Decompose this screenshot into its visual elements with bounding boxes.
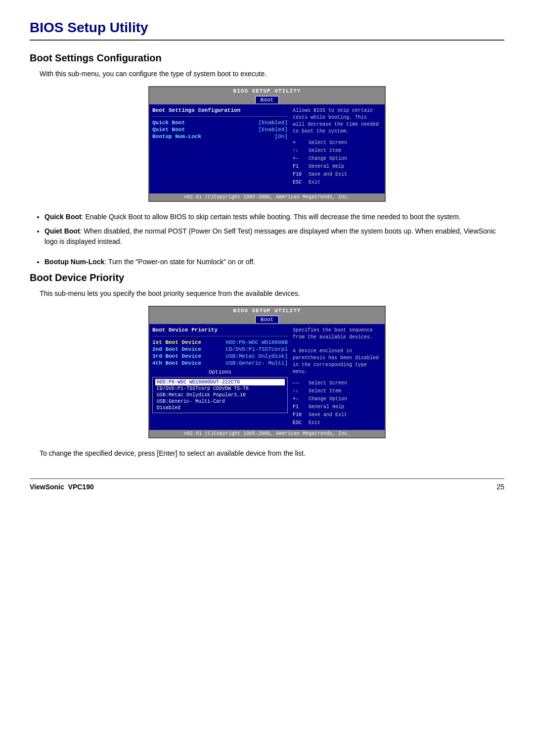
bios-item-4th: 4th Boot Device USB:Generic- Multi] <box>152 360 288 366</box>
footer-page-number: 25 <box>496 483 504 491</box>
bios-dropdown: HDD:P0-WDC WD16000DUT-222CTO CD/DVD:P1-T… <box>152 377 288 413</box>
bios-right-1: Allows BIOS to skip certain tests while … <box>293 107 382 190</box>
bios-item-quietboot: Quiet Boot [Enabled] <box>152 127 288 133</box>
bios-left-1: Boot Settings Configuration Quick Boot [… <box>152 107 293 190</box>
bios-item-4th-value: USB:Generic- Multi] <box>226 360 288 366</box>
footer-model: VPC190 <box>68 483 94 491</box>
bios-item-3rd-value: USB:Metac Onlydisk] <box>226 353 288 359</box>
bios-title-1: BIOS SETUP UTILITY <box>149 87 385 95</box>
bios-item-2nd: 2nd Boot Device CD/DVD:P1-TSSTcorpl <box>152 346 288 352</box>
bios-option-cddvd: CD/DVD:P1-TSSTcorp CDDVDW TS-T6 <box>155 385 285 392</box>
bios-item-1st: 1st Boot Device HDD:P0-WDC WD16008B <box>152 339 288 345</box>
bios-body-2: Boot Device Priority 1st Boot Device HDD… <box>149 324 385 430</box>
bios-item-3rd-label: 3rd Boot Device <box>152 353 201 359</box>
bios-option-usb-generic: USB:Generic- Multi-Card <box>155 398 285 405</box>
section2-description: This sub-menu lets you specify the boot … <box>40 288 504 299</box>
bullet-quietboot: Quiet Boot: When disabled, the normal PO… <box>44 226 504 247</box>
bios-item-3rd: 3rd Boot Device USB:Metac Onlydisk] <box>152 353 288 359</box>
bios-options-container: Options HDD:P0-WDC WD16000DUT-222CTO CD/… <box>152 369 288 413</box>
footer-brand: ViewSonic VPC190 <box>30 483 94 491</box>
bios-section-label-2: Boot Device Priority <box>152 327 288 333</box>
footer-brand-name: ViewSonic <box>30 483 64 491</box>
section1-heading: Boot Settings Configuration <box>30 52 504 64</box>
bios-options-title: Options <box>152 369 288 375</box>
page-title: BIOS Setup Utility <box>30 20 504 41</box>
bios-item-quietboot-label: Quiet Boot <box>152 127 185 133</box>
bios-item-numlock: Bootup Num-Lock [On] <box>152 134 288 140</box>
bios-option-disabled: Disabled <box>155 405 285 411</box>
bios-footer-2: v02.61 (C)Copyright 1985-2006, American … <box>149 430 385 437</box>
bios-tab-boot-1: Boot <box>255 96 279 103</box>
bios-item-2nd-label: 2nd Boot Device <box>152 346 201 352</box>
bios-screen-1: BIOS SETUP UTILITY Boot Boot Settings Co… <box>148 86 386 202</box>
bios-item-numlock-label: Bootup Num-Lock <box>152 134 201 140</box>
bios-title-2: BIOS SETUP UTILITY <box>149 307 385 315</box>
section2-heading: Boot Device Priority <box>30 272 504 284</box>
bullet-numlock-label: Bootup Num-Lock <box>44 258 104 266</box>
bullet-quickboot: Quick Boot: Enable Quick Boot to allow B… <box>44 212 504 222</box>
bullet-numlock: Bootup Num-Lock: Turn the "Power-on stat… <box>44 257 504 267</box>
bios-section-label-1: Boot Settings Configuration <box>152 107 288 113</box>
bios-item-4th-label: 4th Boot Device <box>152 360 201 366</box>
bios-item-1st-value: HDD:P0-WDC WD16008B <box>226 339 288 345</box>
bios-footer-1: v02.61 (C)Copyright 1985-2006, American … <box>149 193 385 201</box>
bios-item-quietboot-value: [Enabled] <box>259 127 288 133</box>
bios-left-2: Boot Device Priority 1st Boot Device HDD… <box>152 327 293 427</box>
section1-bullets: Quick Boot: Enable Quick Boot to allow B… <box>44 212 504 247</box>
bios-tab-bar-1: Boot <box>149 95 385 104</box>
section1-sub-bullets: Bootup Num-Lock: Turn the "Power-on stat… <box>44 257 504 267</box>
bios-tab-bar-2: Boot <box>149 315 385 324</box>
bios-body-1: Boot Settings Configuration Quick Boot [… <box>149 104 385 193</box>
bios-help-2: Specifies the boot sequence from the ava… <box>293 327 382 376</box>
bios-tab-boot-2: Boot <box>255 316 279 323</box>
bios-screen-2: BIOS SETUP UTILITY Boot Boot Device Prio… <box>148 306 386 438</box>
section2-closing: To change the specified device, press [E… <box>40 448 504 459</box>
bullet-quickboot-label: Quick Boot <box>44 213 82 221</box>
bios-option-hdd: HDD:P0-WDC WD16000DUT-222CTO <box>155 379 285 385</box>
bios-keys-2: ←→Select Screen ↑↓Select Item +-Change O… <box>293 379 382 427</box>
bios-item-numlock-value: [On] <box>275 134 288 140</box>
page-footer: ViewSonic VPC190 25 <box>30 478 504 491</box>
bios-help-1: Allows BIOS to skip certain tests while … <box>293 107 382 135</box>
section1-description: With this sub-menu, you can configure th… <box>40 69 504 79</box>
bios-right-2: Specifies the boot sequence from the ava… <box>293 327 382 427</box>
bios-keys-1: +Select Screen ↑↓Select Item +-Change Op… <box>293 139 382 187</box>
bios-item-quickboot-value: [Enabled] <box>259 120 288 126</box>
bullet-quietboot-label: Quiet Boot <box>44 227 80 235</box>
bios-item-quickboot-label: Quick Boot <box>152 120 185 126</box>
bios-item-2nd-value: CD/DVD:P1-TSSTcorpl <box>226 346 288 352</box>
bios-option-usb-metac: USB:Metac Onlydisk Popular3.10 <box>155 392 285 398</box>
bios-item-1st-label: 1st Boot Device <box>152 339 201 345</box>
bios-item-quickboot: Quick Boot [Enabled] <box>152 120 288 126</box>
